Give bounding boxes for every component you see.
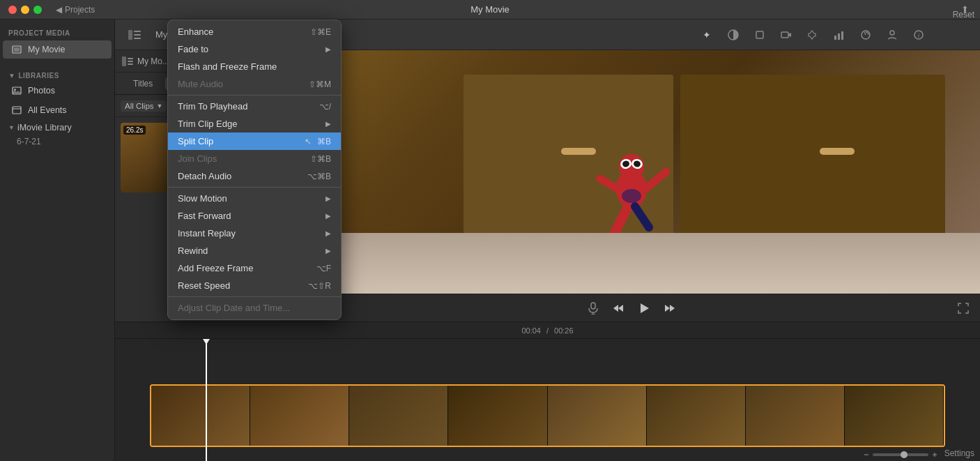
- svg-marker-44: [665, 305, 670, 312]
- svg-rect-21: [128, 61, 133, 62]
- rewind-button[interactable]: [613, 303, 624, 314]
- svg-rect-14: [841, 31, 843, 40]
- title-bar: ◀ Projects My Movie ⬆: [0, 0, 980, 20]
- all-events-label: All Events: [28, 105, 67, 115]
- photos-label: Photos: [28, 86, 55, 96]
- traffic-lights: [0, 6, 42, 14]
- film-frame-8: [845, 386, 944, 446]
- film-frame-2: [250, 386, 349, 446]
- tab-transitions[interactable]: Transitions: [165, 77, 225, 91]
- svg-line-24: [180, 107, 181, 108]
- clip-duration-badge: 26.2s: [123, 126, 146, 135]
- camera-button[interactable]: [775, 25, 797, 45]
- svg-rect-10: [756, 31, 763, 38]
- minimize-button[interactable]: [21, 6, 29, 14]
- movie-title-label: My Movie: [155, 29, 194, 40]
- settings-button[interactable]: Settings: [944, 448, 974, 458]
- info-button[interactable]: i: [908, 25, 930, 45]
- svg-line-36: [645, 172, 666, 189]
- zoom-track[interactable]: [873, 453, 928, 456]
- all-clips-dropdown[interactable]: All Clips ▼: [121, 100, 167, 112]
- svg-rect-20: [128, 58, 133, 59]
- timeline-content[interactable]: Settings: [115, 339, 980, 461]
- imovie-library-item[interactable]: ▼ iMovie Library: [0, 120, 114, 135]
- svg-rect-6: [134, 31, 141, 32]
- chart-button[interactable]: [828, 25, 850, 45]
- back-nav[interactable]: ◀ Projects: [56, 5, 95, 15]
- svg-marker-41: [613, 305, 618, 312]
- svg-text:i: i: [918, 32, 919, 39]
- film-frame-6: [647, 386, 746, 446]
- search-input[interactable]: [185, 102, 258, 110]
- portrait-button[interactable]: [881, 25, 903, 45]
- media-panel-header: My Mo...: [115, 50, 282, 73]
- forward-button[interactable]: [664, 303, 675, 314]
- preview-panel: [282, 50, 980, 322]
- svg-point-37: [622, 189, 641, 203]
- panel-icon: [122, 56, 133, 66]
- sidebar: PROJECT MEDIA My Movie ▼ LIBRARIES Photo…: [0, 20, 115, 461]
- search-settings-button[interactable]: [266, 100, 276, 112]
- back-label: Projects: [65, 5, 95, 15]
- timeline-zoom: [863, 451, 938, 458]
- audio-button[interactable]: [802, 25, 824, 45]
- maximize-button[interactable]: [33, 6, 42, 14]
- svg-rect-12: [834, 36, 836, 40]
- svg-point-16: [890, 31, 894, 35]
- close-button[interactable]: [8, 6, 17, 14]
- preview-video: [282, 50, 980, 294]
- svg-line-34: [635, 206, 649, 227]
- sidebar-item-photos[interactable]: Photos: [3, 82, 112, 100]
- svg-rect-4: [13, 107, 21, 114]
- chevron-down-icon: ▼: [8, 72, 15, 80]
- film-frame-3: [349, 386, 448, 446]
- clip-thumbnail: 26.2s: [121, 123, 276, 192]
- zoom-thumb[interactable]: [901, 451, 908, 458]
- total-time: 00:26: [554, 326, 574, 335]
- fullscreen-button[interactable]: [958, 303, 969, 314]
- spiderman-figure: [590, 119, 673, 245]
- panel-header-left: My Mo...: [122, 56, 169, 66]
- window-title: My Movie: [470, 4, 510, 15]
- magic-wand-button[interactable]: ✦: [696, 25, 718, 45]
- color-button[interactable]: [722, 25, 744, 45]
- preview-controls: [282, 294, 980, 322]
- reset-button[interactable]: Reset: [953, 10, 974, 20]
- sidebar-item-all-events[interactable]: All Events: [3, 101, 112, 119]
- svg-point-3: [14, 89, 15, 90]
- back-arrow-icon: ◀: [56, 5, 62, 15]
- my-movie-header-label: My Mo...: [137, 56, 169, 66]
- events-icon: [11, 105, 22, 116]
- tab-titles[interactable]: Titles: [123, 77, 162, 91]
- mic-button[interactable]: [588, 302, 599, 315]
- middle-section: My Mo... Titles Transitions All Clips ▼: [115, 50, 980, 322]
- photos-icon: [11, 85, 22, 96]
- dropdown-arrow-icon: ▼: [157, 103, 163, 109]
- my-movie-label: My Movie: [28, 45, 65, 54]
- svg-point-26: [270, 103, 273, 106]
- content-area: My Movie ✦: [115, 20, 980, 461]
- search-bar[interactable]: [171, 100, 262, 112]
- tabs-area: Titles Transitions: [115, 73, 282, 95]
- play-button[interactable]: [638, 302, 650, 315]
- clip-item[interactable]: 26.2s: [115, 117, 282, 198]
- svg-rect-7: [134, 34, 141, 36]
- crop-button[interactable]: [749, 25, 771, 45]
- svg-rect-19: [122, 56, 126, 66]
- filter-bar: All Clips ▼: [115, 95, 282, 117]
- svg-point-23: [176, 103, 180, 107]
- current-time: 00:04: [521, 326, 541, 335]
- clips-strip[interactable]: [150, 384, 945, 447]
- svg-rect-1: [14, 47, 20, 52]
- time-separator: /: [546, 326, 549, 335]
- sidebar-toggle-button[interactable]: [123, 25, 146, 45]
- svg-marker-42: [618, 305, 623, 312]
- project-media-label: PROJECT MEDIA: [0, 25, 114, 40]
- media-panel: My Mo... Titles Transitions All Clips ▼: [115, 50, 282, 322]
- film-frame-1: [151, 386, 250, 446]
- timeline-playhead[interactable]: [206, 339, 207, 461]
- timeline: 00:04 / 00:26: [115, 322, 980, 461]
- speed-button[interactable]: [855, 25, 877, 45]
- library-date[interactable]: 6-7-21: [0, 135, 114, 148]
- sidebar-item-my-movie[interactable]: My Movie: [3, 40, 112, 59]
